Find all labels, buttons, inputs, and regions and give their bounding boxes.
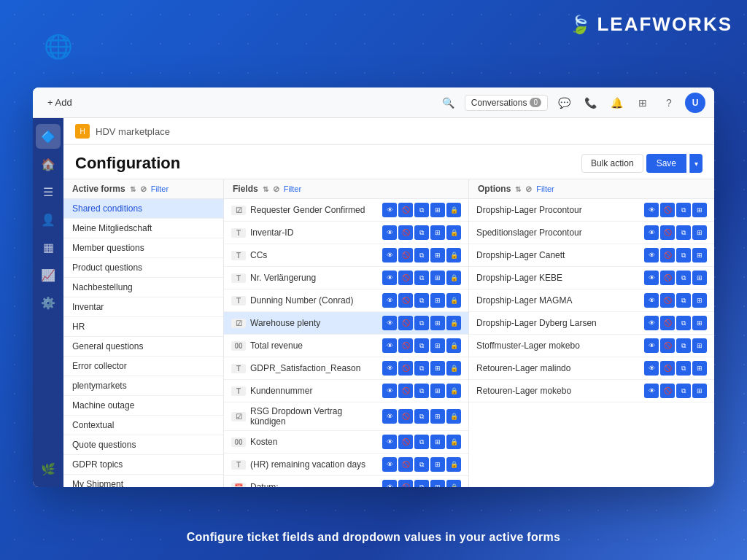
field-row-warehouse-plenty[interactable]: ☑ Warehouse plenty 👁 🚫 ⧉ ⊞ 🔒 [224, 312, 468, 335]
field-row-rsg-dropdown[interactable]: ☑ RSG Dropdown Vertrag kündigen 👁 🚫 ⧉ ⊞ … [224, 402, 468, 431]
option-row-dropship-magma[interactable]: Dropship-Lager MAGMA 👁 🚫 ⧉ ⊞ [469, 289, 714, 312]
fields-filter-icon[interactable]: ⊘ [273, 184, 279, 194]
option-row-dropship-dyberg[interactable]: Dropship-Lager Dyberg Larsen 👁 🚫 ⧉ ⊞ [469, 312, 714, 335]
field-copy-btn[interactable]: ⧉ [414, 248, 429, 262]
option-row-dropship-procontour[interactable]: Dropship-Lager Procontour 👁 🚫 ⧉ ⊞ [469, 199, 714, 222]
field-grid-btn[interactable]: ⊞ [430, 225, 445, 240]
field-lock-btn[interactable]: 🔒 [446, 435, 461, 449]
user-avatar[interactable]: U [685, 93, 705, 113]
option-copy-btn[interactable]: ⧉ [676, 248, 691, 262]
option-grid-btn[interactable]: ⊞ [692, 203, 707, 217]
field-grid-btn[interactable]: ⊞ [430, 316, 445, 330]
field-copy-btn[interactable]: ⧉ [414, 435, 429, 449]
form-row-my-shipment[interactable]: My Shipment [63, 475, 223, 487]
field-hide-btn[interactable]: 🚫 [398, 316, 413, 330]
active-forms-filter-text[interactable]: Filter [151, 184, 169, 193]
option-row-stoffmuster-mokebo[interactable]: Stoffmuster-Lager mokebo 👁 🚫 ⧉ ⊞ [469, 335, 714, 357]
option-view-btn[interactable]: 👁 [644, 384, 659, 398]
search-icon[interactable]: 🔍 [438, 93, 459, 113]
field-hide-btn[interactable]: 🚫 [398, 457, 413, 472]
active-forms-sort-icon[interactable]: ⇅ [130, 185, 136, 193]
field-view-btn[interactable]: 👁 [382, 384, 397, 398]
form-row-machine-outage[interactable]: Machine outage [63, 396, 223, 416]
field-row-ccs[interactable]: T CCs 👁 🚫 ⧉ ⊞ 🔒 [224, 244, 468, 267]
field-row-kosten[interactable]: 00 Kosten 👁 🚫 ⧉ ⊞ 🔒 [224, 431, 468, 454]
option-grid-btn[interactable]: ⊞ [692, 293, 707, 308]
option-grid-btn[interactable]: ⊞ [692, 248, 707, 262]
field-view-btn[interactable]: 👁 [382, 248, 397, 262]
option-hide-btn[interactable]: 🚫 [660, 361, 675, 376]
form-row-meine-mitgliedschaft[interactable]: Meine Mitgliedschaft [63, 219, 223, 238]
field-hide-btn[interactable]: 🚫 [398, 225, 413, 240]
field-copy-btn[interactable]: ⧉ [414, 225, 429, 240]
option-view-btn[interactable]: 👁 [644, 225, 659, 240]
option-grid-btn[interactable]: ⊞ [692, 384, 707, 398]
field-copy-btn[interactable]: ⧉ [414, 361, 429, 376]
field-grid-btn[interactable]: ⊞ [430, 361, 445, 376]
options-filter-icon[interactable]: ⊘ [525, 184, 532, 194]
sidebar-icon-logo[interactable]: 🔷 [36, 124, 61, 149]
sidebar-icon-users[interactable]: 👤 [36, 207, 61, 232]
field-hide-btn[interactable]: 🚫 [398, 248, 413, 262]
option-view-btn[interactable]: 👁 [644, 316, 659, 330]
sidebar-icon-leaf[interactable]: 🌿 [36, 456, 61, 481]
field-hide-btn[interactable]: 🚫 [398, 203, 413, 217]
field-grid-btn[interactable]: ⊞ [430, 203, 445, 217]
option-grid-btn[interactable]: ⊞ [692, 271, 707, 285]
field-hide-btn[interactable]: 🚫 [398, 480, 413, 487]
form-row-nachbestellung[interactable]: Nachbestellung [63, 278, 223, 298]
option-view-btn[interactable]: 👁 [644, 361, 659, 376]
field-lock-btn[interactable]: 🔒 [446, 293, 461, 308]
field-hide-btn[interactable]: 🚫 [398, 435, 413, 449]
field-hide-btn[interactable]: 🚫 [398, 271, 413, 285]
field-copy-btn[interactable]: ⧉ [414, 384, 429, 398]
field-grid-btn[interactable]: ⊞ [430, 409, 445, 424]
field-lock-btn[interactable]: 🔒 [446, 271, 461, 285]
field-lock-btn[interactable]: 🔒 [446, 384, 461, 398]
option-view-btn[interactable]: 👁 [644, 203, 659, 217]
option-grid-btn[interactable]: ⊞ [692, 338, 707, 353]
option-grid-btn[interactable]: ⊞ [692, 361, 707, 376]
option-row-dropship-canett[interactable]: Dropship-Lager Canett 👁 🚫 ⧉ ⊞ [469, 244, 714, 267]
help-icon[interactable]: ? [659, 93, 679, 113]
option-copy-btn[interactable]: ⧉ [676, 384, 691, 398]
field-lock-btn[interactable]: 🔒 [446, 457, 461, 472]
option-copy-btn[interactable]: ⧉ [676, 271, 691, 285]
field-view-btn[interactable]: 👁 [382, 409, 397, 424]
field-lock-btn[interactable]: 🔒 [446, 361, 461, 376]
field-copy-btn[interactable]: ⧉ [414, 293, 429, 308]
field-lock-btn[interactable]: 🔒 [446, 338, 461, 353]
conversations-button[interactable]: Conversations 0 [465, 95, 548, 111]
options-filter-text[interactable]: Filter [536, 184, 554, 193]
field-grid-btn[interactable]: ⊞ [430, 457, 445, 472]
option-copy-btn[interactable]: ⧉ [676, 203, 691, 217]
field-hide-btn[interactable]: 🚫 [398, 293, 413, 308]
field-view-btn[interactable]: 👁 [382, 203, 397, 217]
option-row-retouren-malindo[interactable]: Retouren-Lager malindo 👁 🚫 ⧉ ⊞ [469, 357, 714, 380]
field-copy-btn[interactable]: ⧉ [414, 409, 429, 424]
option-hide-btn[interactable]: 🚫 [660, 338, 675, 353]
grid-icon[interactable]: ⊞ [632, 93, 653, 113]
sidebar-icon-docs[interactable]: ☰ [36, 179, 61, 204]
form-row-error-collector[interactable]: Error collector [63, 357, 223, 376]
add-button[interactable]: + Add [42, 94, 78, 111]
form-row-shared-conditions[interactable]: Shared conditions [63, 199, 223, 219]
sidebar-icon-home[interactable]: 🏠 [36, 152, 61, 176]
field-view-btn[interactable]: 👁 [382, 293, 397, 308]
field-row-hr-vacation[interactable]: T (HR) remaining vacation days 👁 🚫 ⧉ ⊞ 🔒 [224, 454, 468, 476]
option-view-btn[interactable]: 👁 [644, 271, 659, 285]
save-dropdown-button[interactable]: ▾ [689, 154, 703, 173]
form-row-hr[interactable]: HR [63, 317, 223, 337]
field-hide-btn[interactable]: 🚫 [398, 409, 413, 424]
option-row-dropship-kebe[interactable]: Dropship-Lager KEBE 👁 🚫 ⧉ ⊞ [469, 267, 714, 289]
field-grid-btn[interactable]: ⊞ [430, 435, 445, 449]
option-grid-btn[interactable]: ⊞ [692, 316, 707, 330]
field-view-btn[interactable]: 👁 [382, 480, 397, 487]
field-row-inventar-id[interactable]: T Inventar-ID 👁 🚫 ⧉ ⊞ 🔒 [224, 222, 468, 244]
field-copy-btn[interactable]: ⧉ [414, 338, 429, 353]
field-row-datum[interactable]: 📅 Datum: 👁 🚫 ⧉ ⊞ 🔒 [224, 476, 468, 487]
field-row-gdpr-satisfaction[interactable]: T GDPR_Satisfaction_Reason 👁 🚫 ⧉ ⊞ 🔒 [224, 357, 468, 380]
field-row-requester-gender[interactable]: ☑ Requester Gender Confirmed 👁 🚫 ⧉ ⊞ 🔒 [224, 199, 468, 222]
option-hide-btn[interactable]: 🚫 [660, 271, 675, 285]
option-copy-btn[interactable]: ⧉ [676, 225, 691, 240]
